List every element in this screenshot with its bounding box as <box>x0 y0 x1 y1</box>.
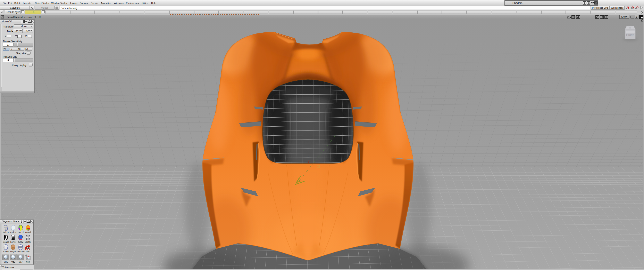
svg-text:FRONT: FRONT <box>626 34 634 36</box>
svg-text:z: z <box>308 155 309 157</box>
svg-text:x: x <box>308 161 309 163</box>
